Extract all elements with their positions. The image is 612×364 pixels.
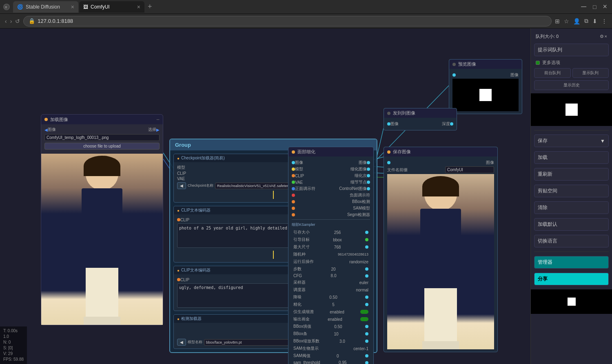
node-send-to-image: 发到到图像 图像 深度 bbox=[384, 108, 457, 130]
translate-icon[interactable]: ⊞ bbox=[555, 18, 560, 24]
fd-vae-dot bbox=[292, 181, 295, 184]
send-to-header: 发到到图像 bbox=[384, 108, 457, 118]
downloads-icon[interactable]: ⬇ bbox=[592, 18, 597, 24]
edge-paint-toggle[interactable] bbox=[360, 317, 368, 321]
seed-label: 随机种 bbox=[293, 251, 306, 257]
bookmark-icon[interactable]: ☆ bbox=[564, 18, 569, 24]
show-frontend-btn[interactable]: 前台队列 bbox=[534, 68, 571, 78]
show-history-btn[interactable]: 显示历史 bbox=[534, 80, 609, 90]
face-detail-dot bbox=[292, 150, 295, 154]
fd-out-dot bbox=[367, 161, 370, 164]
save-filename-row: 文件名前缀 bbox=[387, 166, 494, 173]
preview-white-square bbox=[479, 89, 492, 101]
reload-btn[interactable]: ↺ bbox=[15, 18, 20, 24]
fd-detail-dot bbox=[367, 181, 370, 184]
share-btn[interactable]: 分享 bbox=[534, 273, 609, 285]
fd-bbox-label: BBox检测 bbox=[352, 199, 370, 205]
filename-input[interactable] bbox=[44, 134, 160, 141]
tab-label-1: Stable Diffusion bbox=[26, 4, 60, 10]
sep-2 bbox=[534, 251, 609, 252]
sampler-label: 采样器 bbox=[293, 280, 306, 285]
save-btn[interactable]: 保存 ▼ bbox=[534, 135, 609, 147]
send-img-dot bbox=[387, 122, 390, 126]
bbox-scale-value: 3.0 bbox=[339, 339, 345, 344]
clip-encoder2-title: CLIP文本编码器 bbox=[181, 267, 211, 273]
fd-segm-port: Segm检测器 bbox=[292, 212, 370, 218]
fd-refine-label: 细化图像 bbox=[350, 166, 367, 172]
back-btn[interactable]: ‹ bbox=[5, 18, 7, 24]
denoise-max-label: 引存大小 bbox=[293, 229, 310, 235]
fd-refine2-label: 细化次 bbox=[355, 173, 367, 179]
sam-thresh-label: SAM阀值 bbox=[293, 353, 310, 359]
show-backend-btn[interactable]: 显示队列 bbox=[572, 68, 609, 78]
window-controls: ─ □ × bbox=[579, 2, 609, 11]
tab-close-1[interactable]: × bbox=[71, 4, 74, 10]
browser-menu-btn[interactable]: ≡ bbox=[3, 4, 10, 10]
fd-model-port: 模型 细化图像 bbox=[292, 166, 370, 172]
gen-detail-toggle[interactable] bbox=[360, 310, 368, 314]
upload-btn[interactable]: choose file to upload bbox=[44, 143, 160, 150]
refresh-btn[interactable]: 重刷新 bbox=[534, 168, 609, 181]
denoise-max-row: 引存大小 256 bbox=[292, 229, 370, 236]
maximize-btn[interactable]: □ bbox=[591, 4, 598, 10]
image-label: 图像 bbox=[48, 127, 56, 132]
bbox-lines-row: BBox条 10 bbox=[292, 331, 370, 337]
clipboard-section: 剪贴空间 bbox=[531, 183, 612, 199]
cfg-value: 8.0 bbox=[331, 274, 337, 278]
queue-close-icon[interactable]: × bbox=[605, 34, 607, 39]
more-options-row: 更多选项 bbox=[531, 59, 612, 66]
guide-dot bbox=[365, 238, 368, 241]
clear-btn[interactable]: 清除 bbox=[534, 201, 609, 214]
tab-comfyui[interactable]: 🖼 ComfyUI × bbox=[79, 1, 144, 13]
guide-target-value: bbox bbox=[333, 238, 342, 242]
fd-detail-label: 细节节点 bbox=[350, 179, 367, 185]
queue-settings-icon[interactable]: ⚙ bbox=[600, 34, 604, 39]
tab-stable-diffusion[interactable]: 🌀 Stable Diffusion × bbox=[13, 1, 78, 13]
minimize-btn[interactable]: ─ bbox=[579, 2, 588, 11]
sam-thresh-value: 0 bbox=[337, 354, 339, 358]
clipboard-btn[interactable]: 剪贴空间 bbox=[534, 185, 609, 197]
bbox-lines-label: BBox条 bbox=[293, 331, 307, 337]
fd-image-out: 图像 bbox=[359, 160, 367, 165]
checkpoint-prev-btn[interactable]: ◀ bbox=[177, 182, 186, 189]
lock-icon: 🔒 bbox=[29, 18, 35, 24]
bbox-scale-dot bbox=[365, 340, 368, 343]
node-face-detail: 面部细化 图像 图像 模型 细化图像 CLIP bbox=[288, 147, 374, 364]
bbox-size-dot bbox=[365, 325, 368, 328]
url-bar[interactable]: 🔒 127.0.0.1:8188 bbox=[23, 16, 552, 26]
detector-prev-btn[interactable]: ◀ bbox=[177, 339, 186, 346]
profile-icon[interactable]: 👤 bbox=[573, 18, 580, 24]
cfg-row: CFG 8.0 bbox=[292, 273, 370, 278]
fd-model-label: 模型 bbox=[295, 166, 303, 172]
queue-btn-section: 提示词队列 bbox=[531, 42, 612, 58]
running-op-row: 运行后操作 randomize bbox=[292, 258, 370, 265]
face-detail-body: 图像 图像 模型 细化图像 CLIP 细化次 bbox=[288, 157, 373, 364]
image-label-row: ◀ 图像 选择 ▶ bbox=[44, 127, 160, 132]
queue-label: 队列大小: 0 bbox=[536, 33, 559, 40]
close-btn[interactable]: × bbox=[601, 2, 609, 11]
load-btn[interactable]: 加载 bbox=[534, 151, 609, 164]
canvas-area[interactable]: 加载图像 − ◀ 图像 选择 ▶ choose file to upload bbox=[0, 29, 530, 364]
extensions-icon[interactable]: ⧉ bbox=[584, 18, 588, 24]
clip1-in-dot bbox=[177, 218, 180, 221]
port-arrow: ◀ bbox=[44, 128, 48, 132]
fd-segm-dot bbox=[292, 213, 295, 216]
checkpoint-title: Checkpoint加载器(简易) bbox=[181, 155, 225, 161]
node-collapse-btn[interactable]: − bbox=[156, 116, 160, 123]
tab-close-2[interactable]: × bbox=[137, 4, 140, 10]
clip2-label: CLIP bbox=[180, 278, 189, 282]
refine-value: 5 bbox=[332, 302, 335, 307]
new-tab-button[interactable]: + bbox=[145, 2, 155, 11]
save-filename-input[interactable] bbox=[445, 166, 494, 173]
max-size-value: 768 bbox=[334, 245, 341, 249]
show-queue-btn[interactable]: 提示词队列 bbox=[534, 44, 609, 56]
switch-lang-btn[interactable]: 切换语言 bbox=[534, 235, 609, 247]
forward-btn[interactable]: › bbox=[10, 18, 12, 24]
menu-icon[interactable]: ⋮ bbox=[601, 18, 607, 24]
fd-ctrl-label: ControlNet图像 bbox=[339, 186, 367, 192]
fd-bbox-port: BBox检测 bbox=[292, 199, 370, 205]
load-default-btn[interactable]: 加载默认 bbox=[534, 218, 609, 231]
more-options-checkbox[interactable] bbox=[536, 61, 540, 65]
right-sidebar: 队列大小: 0 ⚙ × 提示词队列 更多选项 前台队列 显示队列 显示历史 bbox=[530, 29, 612, 364]
manager-btn[interactable]: 管理器 bbox=[534, 256, 609, 269]
